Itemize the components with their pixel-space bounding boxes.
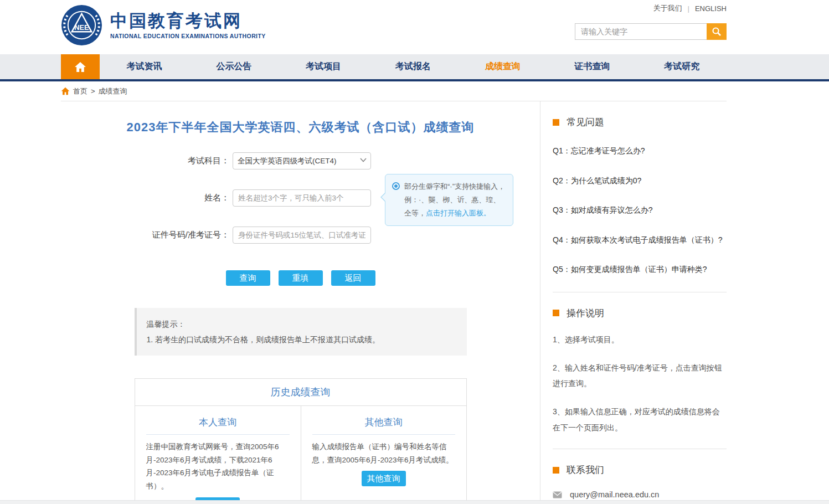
mail-icon <box>553 491 562 498</box>
english-link[interactable]: ENGLISH <box>695 4 727 13</box>
name-label: 姓名： <box>61 193 233 203</box>
faq-section: 常见问题 Q1：忘记准考证号怎么办? Q2：为什么笔试成绩为0? Q3：如对成绩… <box>553 101 727 277</box>
orange-square-bullet-icon <box>553 119 559 126</box>
contact-title: 联系我们 <box>567 464 604 476</box>
self-query-title: 本人查询 <box>146 413 290 435</box>
faq-item-q3[interactable]: Q3：如对成绩有异议怎么办? <box>553 203 727 218</box>
other-query-desc: 输入成绩报告单（证书）编号和姓名等信息，查询2005年6月-2023年6月考试成… <box>312 440 455 466</box>
logo-text: 中国教育考试网 NATIONAL EDUCATION EXAMINATIONS … <box>110 11 266 39</box>
instruction-step-2: 2、输入姓名和证件号码/准考证号，点击查询按钮进行查询。 <box>553 360 727 392</box>
svg-text:NEE: NEE <box>74 23 89 32</box>
score-query-form: 考试科目： 全国大学英语四级考试(CET4) 姓名： 部分生僻字和“·”支持快捷… <box>61 152 540 286</box>
other-query-button[interactable]: 其他查询 <box>362 471 406 486</box>
breadcrumb-separator: > <box>91 87 95 95</box>
about-us-link[interactable]: 关于我们 <box>653 3 682 13</box>
instructions-section: 操作说明 1、选择考试项目。 2、输入姓名和证件号码/准考证号，点击查询按钮进行… <box>553 292 727 435</box>
reset-button[interactable]: 重填 <box>279 270 323 286</box>
faq-item-q1[interactable]: Q1：忘记准考证号怎么办? <box>553 143 727 158</box>
main-nav: 考试资讯 公示公告 考试项目 考试报名 成绩查询 证书查询 考试研究 <box>0 54 829 81</box>
nav-item-exam-registration[interactable]: 考试报名 <box>368 54 458 79</box>
contact-email-row: query@mail.neea.edu.cn <box>553 490 727 499</box>
logo-subtitle: NATIONAL EDUCATION EXAMINATIONS AUTHORIT… <box>110 33 266 39</box>
faq-header: 常见问题 <box>553 116 727 128</box>
orange-square-bullet-icon <box>553 310 559 316</box>
history-query-title: 历史成绩查询 <box>135 379 466 406</box>
contact-section: 联系我们 query@mail.neea.edu.cn <box>553 449 727 504</box>
faq-item-q4[interactable]: Q4：如何获取本次考试电子成绩报告单（证书）? <box>553 233 727 248</box>
search-box <box>575 23 727 40</box>
name-input[interactable] <box>233 189 371 207</box>
top-links-divider: | <box>688 4 689 13</box>
id-number-label: 证件号码/准考证号： <box>61 230 233 240</box>
search-icon <box>712 27 722 37</box>
contact-email: query@mail.neea.edu.cn <box>570 490 659 499</box>
nav-item-exam-programs[interactable]: 考试项目 <box>279 54 368 79</box>
tooltip-text: 部分生僻字和“·”支持快捷输入，例：·、龑、栁、䜣、惪、瑝、仝等，点击打开输入面… <box>404 180 507 220</box>
instruction-step-3: 3、如果输入信息正确，对应考试的成绩信息将会在下一个页面列出。 <box>553 404 727 435</box>
nav-item-certificate-query[interactable]: 证书查询 <box>548 54 637 79</box>
breadcrumb-current: 成绩查询 <box>99 86 127 96</box>
history-query-panel: 历史成绩查询 本人查询 注册中国教育考试网账号，查询2005年6月-2023年6… <box>135 378 467 504</box>
form-buttons: 查询 重填 返回 <box>135 270 467 286</box>
id-number-input[interactable] <box>233 227 371 244</box>
warm-tips-box: 温馨提示： 1. 若考生的口试成绩为不合格，则成绩报告单上不报道其口试成绩。 <box>135 308 467 356</box>
instructions-header: 操作说明 <box>553 307 727 320</box>
nav-item-score-query[interactable]: 成绩查询 <box>458 54 548 79</box>
site-logo[interactable]: NEE 中国教育考试网 NATIONAL EDUCATION EXAMINATI… <box>61 4 266 46</box>
subject-label: 考试科目： <box>61 156 233 166</box>
neea-emblem-icon: NEE <box>61 4 102 46</box>
nav-item-exam-research[interactable]: 考试研究 <box>637 54 727 79</box>
main-content: 2023年下半年全国大学英语四、六级考试（含口试）成绩查询 考试科目： 全国大学… <box>61 101 540 504</box>
faq-item-q2[interactable]: Q2：为什么笔试成绩为0? <box>553 173 727 188</box>
query-button[interactable]: 查询 <box>226 270 270 286</box>
page-title: 2023年下半年全国大学英语四、六级考试（含口试）成绩查询 <box>61 119 540 136</box>
faq-item-q5[interactable]: Q5：如何变更成绩报告单（证书）申请种类? <box>553 262 727 277</box>
nav-item-public-notice[interactable]: 公示公告 <box>189 54 279 79</box>
instructions-title: 操作说明 <box>567 307 604 320</box>
other-query-section: 其他查询 输入成绩报告单（证书）编号和姓名等信息，查询2005年6月-2023年… <box>301 406 466 504</box>
radio-bullet-icon <box>392 182 400 190</box>
breadcrumb: 首页 > 成绩查询 <box>61 81 727 101</box>
other-query-title: 其他查询 <box>312 413 455 435</box>
exam-subject-select[interactable]: 全国大学英语四级考试(CET4) <box>233 152 371 169</box>
sidebar: 常见问题 Q1：忘记准考证号怎么办? Q2：为什么笔试成绩为0? Q3：如对成绩… <box>540 101 727 504</box>
footer-strip <box>0 500 829 504</box>
search-input[interactable] <box>575 23 707 40</box>
orange-square-bullet-icon <box>553 467 559 474</box>
id-number-row: 证件号码/准考证号： <box>61 227 540 244</box>
self-query-desc: 注册中国教育考试网账号，查询2005年6月-2023年6月考试成绩，下载2021… <box>146 440 290 493</box>
site-header: NEE 中国教育考试网 NATIONAL EDUCATION EXAMINATI… <box>0 0 829 54</box>
name-row: 姓名： 部分生僻字和“·”支持快捷输入，例：·、龑、栁、䜣、惪、瑝、仝等，点击打… <box>61 189 540 207</box>
self-query-section: 本人查询 注册中国教育考试网账号，查询2005年6月-2023年6月考试成绩，下… <box>135 406 301 504</box>
instruction-step-1: 1、选择考试项目。 <box>553 332 727 348</box>
logo-title: 中国教育考试网 <box>110 11 266 31</box>
nav-item-exam-news[interactable]: 考试资讯 <box>100 54 189 79</box>
name-input-tooltip: 部分生僻字和“·”支持快捷输入，例：·、龑、栁、䜣、惪、瑝、仝等，点击打开输入面… <box>385 174 513 226</box>
faq-title: 常见问题 <box>567 116 604 128</box>
contact-header: 联系我们 <box>553 464 727 476</box>
open-input-panel-link[interactable]: 点击打开输入面板。 <box>426 209 491 217</box>
back-button[interactable]: 返回 <box>331 270 375 286</box>
search-button[interactable] <box>707 23 727 40</box>
subject-row: 考试科目： 全国大学英语四级考试(CET4) <box>61 152 540 169</box>
nav-home-button[interactable] <box>61 54 100 79</box>
breadcrumb-home-link[interactable]: 首页 <box>73 86 87 96</box>
breadcrumb-home-icon <box>61 87 70 95</box>
warm-tips-line: 1. 若考生的口试成绩为不合格，则成绩报告单上不报道其口试成绩。 <box>147 332 457 347</box>
warm-tips-title: 温馨提示： <box>147 316 457 332</box>
home-icon <box>74 61 86 73</box>
top-links: 关于我们 | ENGLISH <box>653 3 727 13</box>
